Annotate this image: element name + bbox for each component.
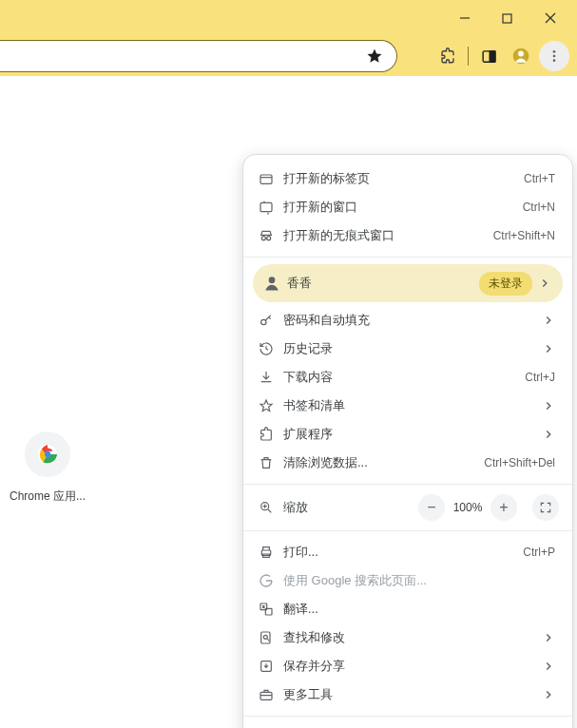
menu-find-edit[interactable]: 查找和修改 [243,623,572,652]
chrome-logo-icon [25,431,70,477]
find-icon [259,630,283,645]
svg-rect-25 [260,692,272,699]
menu-profile[interactable]: 香香 未登录 [253,264,563,302]
svg-rect-5 [490,50,495,61]
address-bar-row [0,36,577,76]
menu-print[interactable]: 打印... Ctrl+P [243,538,572,566]
svg-point-9 [553,55,556,58]
svg-point-7 [518,51,524,57]
toolbar-separator [468,47,469,66]
window-icon [259,200,283,215]
menu-google-search[interactable]: 使用 Google 搜索此页面... [243,566,572,595]
svg-point-15 [267,237,271,240]
menu-extensions[interactable]: 扩展程序 [243,420,572,449]
menu-downloads[interactable]: 下载内容 Ctrl+J [243,363,572,392]
chevron-right-icon [542,631,555,644]
svg-rect-1 [503,14,511,23]
menu-zoom: 缩放 − 100% + [243,491,572,524]
menu-separator [243,257,572,258]
translate-icon [259,602,283,617]
puzzle-icon [259,427,283,442]
chevron-right-icon [542,660,555,673]
menu-separator [243,484,572,485]
menu-new-window[interactable]: 打开新的窗口 Ctrl+N [243,193,572,221]
fullscreen-button[interactable] [532,494,559,521]
svg-rect-13 [260,202,272,211]
history-icon [259,341,283,356]
google-icon [259,573,283,588]
chrome-apps-shortcut[interactable]: Chrome 应用... [10,431,86,505]
profile-avatar-icon[interactable] [507,42,535,70]
tab-icon [259,171,283,186]
save-icon [259,659,283,674]
bookmark-star-icon[interactable] [366,48,383,65]
chevron-right-icon [542,428,555,441]
zoom-out-button[interactable]: − [418,494,445,521]
menu-history[interactable]: 历史记录 [243,335,572,363]
incognito-icon [259,228,283,243]
login-status-badge: 未登录 [479,272,532,296]
svg-point-8 [553,50,556,53]
chevron-right-icon [538,277,551,290]
svg-point-16 [269,277,276,283]
url-input[interactable] [0,40,397,72]
zoom-level: 100% [449,501,487,514]
print-icon [259,545,283,560]
shortcut-label: Chrome 应用... [10,489,86,505]
chevron-right-icon [542,688,555,701]
zoom-in-button[interactable]: + [490,494,517,521]
chevron-right-icon [542,399,555,412]
svg-rect-22 [261,632,270,643]
menu-save-share[interactable]: 保存并分享 [243,652,572,680]
person-icon [262,274,287,293]
more-menu-button[interactable] [539,41,569,71]
svg-point-10 [553,59,556,62]
menu-separator [243,530,572,531]
download-icon [259,370,283,385]
menu-clear-data[interactable]: 清除浏览数据... Ctrl+Shift+Del [243,449,572,477]
menu-help[interactable]: 帮助 [243,723,572,728]
sidepanel-icon[interactable] [474,42,503,70]
toolbox-icon [259,687,283,702]
menu-new-tab[interactable]: 打开新的标签页 Ctrl+T [243,164,572,193]
menu-separator [243,716,572,717]
menu-translate[interactable]: 翻译... [243,595,572,623]
extensions-icon[interactable] [433,42,462,70]
menu-incognito[interactable]: 打开新的无痕式窗口 Ctrl+Shift+N [243,221,572,250]
close-button[interactable] [529,4,571,32]
maximize-button[interactable] [486,4,529,32]
svg-point-17 [261,319,266,324]
menu-bookmarks[interactable]: 书签和清单 [243,392,572,420]
window-titlebar [0,0,577,36]
svg-rect-12 [260,175,272,183]
chrome-menu: 打开新的标签页 Ctrl+T 打开新的窗口 Ctrl+N 打开新的无痕式窗口 C… [242,154,573,728]
trash-icon [259,455,283,470]
minimize-button[interactable] [443,4,486,32]
zoom-icon [259,500,283,515]
svg-point-23 [263,635,267,639]
star-icon [259,398,283,413]
menu-passwords[interactable]: 密码和自动填充 [243,306,572,335]
chevron-right-icon [542,342,555,355]
chevron-right-icon [542,314,555,327]
svg-point-14 [261,237,265,240]
menu-more-tools[interactable]: 更多工具 [243,680,572,709]
key-icon [259,313,283,328]
page-content: Chrome 应用... 打开新的标签页 Ctrl+T 打开新的窗口 Ctrl+… [0,76,577,728]
